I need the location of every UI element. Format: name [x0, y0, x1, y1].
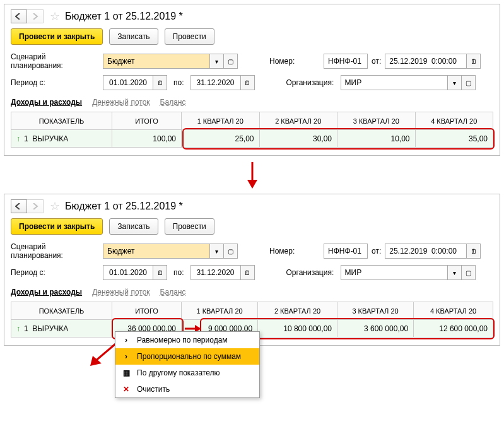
tab-income-expense[interactable]: Доходы и расходы [11, 98, 82, 107]
scenario-dropdown-icon[interactable]: ▾ [210, 244, 224, 259]
post-button[interactable]: Провести [165, 218, 214, 235]
col-q4: 4 КВАРТАЛ 20 [415, 112, 493, 130]
calendar-icon[interactable]: 🗓 [153, 265, 167, 280]
col-q1: 1 КВАРТАЛ 20 [182, 112, 260, 130]
chevron-right-icon: › [122, 352, 131, 361]
org-input[interactable] [341, 75, 448, 90]
post-and-close-button[interactable]: Провести и закрыть [11, 218, 103, 235]
org-label: Организация: [286, 78, 337, 87]
grid-icon: ▦ [122, 368, 131, 377]
tab-balance[interactable]: Баланс [160, 288, 186, 297]
q3-cell[interactable]: 10,00 [337, 130, 416, 148]
period-to-input[interactable] [190, 75, 241, 90]
number-label: Номер: [269, 57, 320, 66]
menu-item-proportional[interactable]: ›Пропорционально по суммам [115, 348, 259, 365]
scenario-dropdown-icon[interactable]: ▾ [210, 54, 224, 69]
post-button[interactable]: Провести [165, 28, 214, 45]
arrow-down-icon [243, 161, 262, 189]
tab-income-expense[interactable]: Доходы и расходы [11, 288, 82, 297]
number-input[interactable] [324, 54, 368, 69]
favorite-star-icon[interactable]: ☆ [50, 199, 60, 213]
q2-cell[interactable]: 30,00 [259, 130, 337, 148]
calendar-icon[interactable]: 🗓 [153, 75, 167, 90]
post-and-close-button[interactable]: Провести и закрыть [11, 28, 103, 45]
calendar-icon[interactable]: 🗓 [241, 265, 255, 280]
date-input[interactable] [385, 244, 467, 259]
menu-item-other-indicator[interactable]: ▦По другому показателю [115, 365, 259, 381]
calendar-icon[interactable]: 🗓 [241, 75, 255, 90]
nav-back-button[interactable] [11, 9, 27, 23]
org-input[interactable] [341, 265, 448, 280]
favorite-star-icon[interactable]: ☆ [50, 9, 60, 23]
menu-item-label: Пропорционально по суммам [137, 352, 241, 361]
menu-item-label: Очистить [137, 385, 170, 394]
tab-cashflow[interactable]: Денежный поток [92, 288, 149, 297]
close-icon: ✕ [122, 385, 131, 394]
page-title: Бюджет 1 от 25.12.2019 * [65, 11, 183, 22]
from-date-label: от: [372, 247, 381, 256]
indicator-cell: ↑1 ВЫРУЧКА [11, 130, 112, 148]
tab-balance[interactable]: Баланс [160, 98, 186, 107]
org-open-icon[interactable]: ▢ [462, 75, 476, 90]
total-cell[interactable]: 100,00 [112, 130, 182, 148]
menu-item-even[interactable]: ›Равномерно по периодам [115, 332, 259, 348]
col-q1: 1 КВАРТАЛ 20 [182, 302, 258, 320]
number-label: Номер: [269, 247, 320, 256]
col-q2: 2 КВАРТАЛ 20 [259, 112, 337, 130]
col-q3: 3 КВАРТАЛ 20 [337, 302, 413, 320]
q1-cell[interactable]: 25,00 [182, 130, 260, 148]
col-q2: 2 КВАРТАЛ 20 [258, 302, 337, 320]
org-open-icon[interactable]: ▢ [462, 265, 476, 280]
save-button[interactable]: Записать [109, 218, 158, 235]
budget-panel-after: ☆ Бюджет 1 от 25.12.2019 * Провести и за… [4, 194, 500, 346]
scenario-open-icon[interactable]: ▢ [224, 54, 238, 69]
menu-item-label: По другому показателю [137, 368, 220, 377]
budget-panel-before: ☆ Бюджет 1 от 25.12.2019 * Провести и за… [4, 4, 500, 156]
from-date-label: от: [372, 57, 381, 66]
period-to-input[interactable] [190, 265, 241, 280]
org-dropdown-icon[interactable]: ▾ [448, 75, 462, 90]
period-from-label: Период с: [11, 78, 99, 87]
period-from-label: Период с: [11, 268, 99, 277]
col-total: ИТОГО [112, 302, 182, 320]
q4-cell[interactable]: 35,00 [415, 130, 493, 148]
col-q4: 4 КВАРТАЛ 20 [414, 302, 493, 320]
col-indicator: ПОКАЗАТЕЛЬ [11, 302, 112, 320]
calendar-icon[interactable]: 🗓 [467, 244, 481, 259]
col-q3: 3 КВАРТАЛ 20 [337, 112, 416, 130]
tab-cashflow[interactable]: Денежный поток [92, 98, 149, 107]
period-from-input[interactable] [103, 265, 153, 280]
page-title: Бюджет 1 от 25.12.2019 * [65, 201, 183, 212]
calendar-icon[interactable]: 🗓 [467, 54, 481, 69]
chevron-right-icon: › [122, 336, 131, 344]
q2-cell[interactable]: 10 800 000,00 [258, 320, 337, 338]
nav-forward-button[interactable] [27, 9, 44, 23]
table-header-row: ПОКАЗАТЕЛЬ ИТОГО 1 КВАРТАЛ 20 2 КВАРТАЛ … [11, 302, 493, 320]
table-header-row: ПОКАЗАТЕЛЬ ИТОГО 1 КВАРТАЛ 20 2 КВАРТАЛ … [11, 112, 493, 130]
nav-forward-button[interactable] [27, 199, 44, 213]
menu-item-clear[interactable]: ✕Очистить [115, 381, 259, 397]
col-indicator: ПОКАЗАТЕЛЬ [11, 112, 112, 130]
period-from-input[interactable] [103, 75, 153, 90]
org-dropdown-icon[interactable]: ▾ [448, 265, 462, 280]
q4-cell[interactable]: 12 600 000,00 [414, 320, 493, 338]
col-total: ИТОГО [112, 112, 182, 130]
save-button[interactable]: Записать [109, 28, 158, 45]
table-row[interactable]: ↑1 ВЫРУЧКА 100,00 25,00 30,00 10,00 35,0… [11, 130, 493, 148]
scenario-input[interactable] [103, 244, 210, 259]
q3-cell[interactable]: 3 600 000,00 [337, 320, 413, 338]
number-input[interactable] [324, 244, 368, 259]
scenario-open-icon[interactable]: ▢ [224, 244, 238, 259]
svg-marker-1 [247, 180, 257, 189]
up-arrow-icon: ↑ [16, 134, 20, 143]
period-to-label: по: [173, 268, 184, 277]
scenario-label: Сценарий планирования: [11, 242, 99, 260]
scenario-label: Сценарий планирования: [11, 52, 99, 70]
indicator-cell: ↑1 ВЫРУЧКА [11, 320, 112, 338]
scenario-input[interactable] [103, 54, 210, 69]
period-to-label: по: [173, 78, 184, 87]
nav-back-button[interactable] [11, 199, 27, 213]
menu-item-label: Равномерно по периодам [137, 336, 228, 344]
date-input[interactable] [385, 54, 467, 69]
org-label: Организация: [286, 268, 337, 277]
